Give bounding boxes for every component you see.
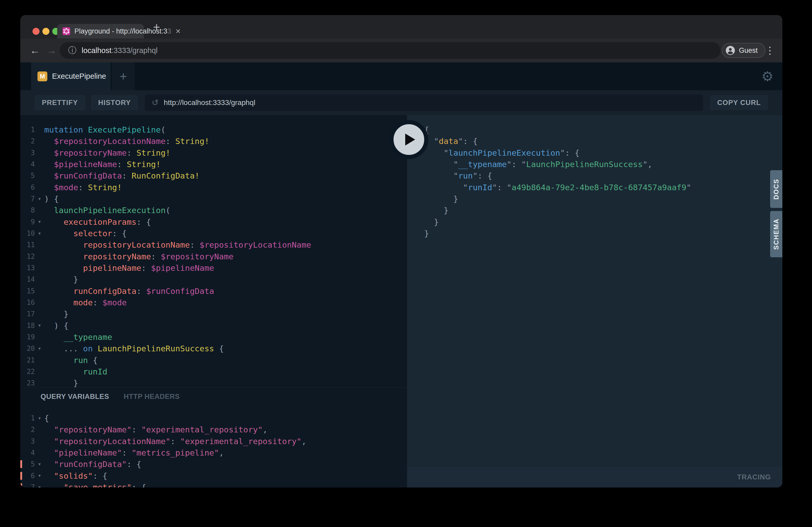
new-session-button[interactable]: + bbox=[112, 62, 135, 90]
code-line: } bbox=[418, 228, 782, 239]
line-number: 16 bbox=[20, 299, 35, 306]
line-number: 8 bbox=[20, 206, 35, 214]
site-info-icon[interactable]: ⓘ bbox=[68, 45, 76, 56]
url-path: :3333/graphql bbox=[111, 46, 157, 55]
line-number: 4 bbox=[20, 449, 35, 456]
line-number: 9 bbox=[20, 218, 35, 226]
code-line: 16 mode: $mode bbox=[20, 297, 407, 308]
error-marker bbox=[20, 472, 22, 480]
line-number: 6 bbox=[20, 472, 35, 480]
profile-button[interactable]: Guest bbox=[722, 43, 766, 58]
fold-arrow-icon[interactable]: ▾ bbox=[35, 485, 44, 487]
code-line: 8 launchPipelineExecution( bbox=[20, 205, 407, 216]
line-number: 17 bbox=[20, 310, 35, 318]
tab-close-icon[interactable]: ✕ bbox=[175, 28, 181, 35]
code-line: 4 $pipelineName: String! bbox=[20, 159, 407, 170]
endpoint-reload-icon[interactable]: ↺ bbox=[151, 98, 159, 108]
browser-tab-strip: Playground - http://localhost:33 ✕ + bbox=[20, 15, 782, 39]
traffic-close-button[interactable] bbox=[32, 28, 40, 35]
fold-arrow-icon[interactable]: ▾ bbox=[35, 346, 44, 351]
code-line: 12 repositoryName: $repositoryName bbox=[20, 251, 407, 262]
session-tab-title: ExecutePipeline bbox=[52, 72, 106, 80]
fold-arrow-icon[interactable]: ▾ bbox=[35, 196, 44, 202]
line-number: 18 bbox=[20, 322, 35, 330]
code-line: 3 "repositoryLocationName": "experimenta… bbox=[20, 436, 407, 447]
line-number: 14 bbox=[20, 275, 35, 283]
code-line: 3 $repositoryName: String! bbox=[20, 147, 407, 159]
playground-toolbar: PRETTIFY HISTORY ↺ http://localhost:3333… bbox=[20, 90, 782, 115]
editor-column: 1mutation ExecutePipeline(2 $repositoryL… bbox=[20, 115, 407, 487]
traffic-minimize-button[interactable] bbox=[42, 28, 49, 35]
schema-side-tab[interactable]: SCHEMA bbox=[770, 211, 782, 257]
tracing-label: TRACING bbox=[737, 473, 771, 481]
code-line: 5▾ "runConfigData": { bbox=[20, 458, 407, 470]
line-number: 21 bbox=[20, 356, 35, 364]
avatar-icon bbox=[725, 45, 735, 55]
code-line: ▾ "launchPipelineExecution": { bbox=[418, 147, 782, 159]
code-line: 2 $repositoryLocationName: String! bbox=[20, 135, 407, 147]
response-column: ▾{▾ "data": {▾ "launchPipelineExecution"… bbox=[407, 115, 782, 487]
graphql-favicon-icon bbox=[62, 27, 70, 35]
code-line: 1mutation ExecutePipeline( bbox=[20, 124, 407, 135]
fold-arrow-icon[interactable]: ▾ bbox=[35, 473, 44, 478]
code-line: 21 run { bbox=[20, 355, 407, 366]
endpoint-input[interactable]: ↺ http://localhost:3333/graphql bbox=[145, 94, 703, 111]
line-number: 20 bbox=[20, 345, 35, 352]
fold-arrow-icon[interactable]: ▾ bbox=[35, 416, 44, 421]
back-icon[interactable]: ← bbox=[28, 39, 42, 62]
code-line: } bbox=[418, 193, 782, 205]
settings-gear-icon[interactable]: ⚙ bbox=[761, 62, 773, 90]
fold-arrow-icon[interactable]: ▾ bbox=[35, 219, 44, 225]
line-number: 7 bbox=[20, 483, 35, 487]
new-tab-button[interactable]: + bbox=[149, 20, 164, 34]
code-line: 7▾ "save_metrics": { bbox=[20, 482, 407, 487]
line-number: 6 bbox=[20, 183, 35, 191]
line-number: 12 bbox=[20, 253, 35, 260]
tab-query-variables[interactable]: QUERY VARIABLES bbox=[41, 393, 109, 401]
tracing-bar[interactable]: TRACING bbox=[407, 467, 782, 487]
copy-curl-button[interactable]: COPY CURL bbox=[710, 95, 768, 110]
execute-button[interactable] bbox=[389, 120, 429, 159]
session-tab-executepipeline[interactable]: M ExecutePipeline ✕ bbox=[31, 62, 111, 90]
response-viewer: ▾{▾ "data": {▾ "launchPipelineExecution"… bbox=[407, 115, 782, 467]
line-number: 22 bbox=[20, 368, 35, 376]
code-line: 13 pipelineName: $pipelineName bbox=[20, 262, 407, 274]
fold-arrow-icon[interactable]: ▾ bbox=[35, 323, 44, 328]
prettify-button[interactable]: PRETTIFY bbox=[34, 95, 85, 110]
line-number: 15 bbox=[20, 287, 35, 295]
forward-icon[interactable]: → bbox=[44, 39, 59, 62]
line-number: 3 bbox=[20, 437, 35, 445]
tab-http-headers[interactable]: HTTP HEADERS bbox=[124, 393, 180, 401]
line-number: 2 bbox=[20, 137, 35, 145]
query-editor[interactable]: 1mutation ExecutePipeline(2 $repositoryL… bbox=[20, 115, 407, 387]
graphql-playground: M ExecutePipeline ✕ + ⚙ PRETTIFY HISTORY… bbox=[20, 62, 782, 487]
session-tab-bar: M ExecutePipeline ✕ + ⚙ bbox=[20, 62, 782, 90]
docs-side-tab[interactable]: DOCS bbox=[770, 170, 782, 208]
code-line: 2 "repositoryName": "experimental_reposi… bbox=[20, 424, 407, 435]
fold-arrow-icon[interactable]: ▾ bbox=[35, 462, 44, 467]
query-variables-editor[interactable]: 1▾{2 "repositoryName": "experimental_rep… bbox=[20, 406, 407, 487]
code-line: 20▾ ... on LaunchPipelineRunSuccess { bbox=[20, 343, 407, 354]
code-line: 19 __typename bbox=[20, 331, 407, 343]
history-button[interactable]: HISTORY bbox=[91, 95, 139, 110]
line-number: 19 bbox=[20, 333, 35, 341]
profile-name: Guest bbox=[739, 46, 758, 55]
line-number: 1 bbox=[20, 414, 35, 422]
line-number: 13 bbox=[20, 264, 35, 272]
bottom-tab-bar: QUERY VARIABLES HTTP HEADERS bbox=[20, 387, 407, 406]
code-line: "__typename": "LaunchPipelineRunSuccess"… bbox=[418, 159, 782, 170]
mutation-badge: M bbox=[38, 72, 47, 81]
browser-tab[interactable]: Playground - http://localhost:33 ✕ bbox=[57, 24, 144, 39]
code-line: 11 repositoryLocationName: $repositoryLo… bbox=[20, 239, 407, 251]
code-line: ▾{ bbox=[418, 124, 782, 135]
line-number: 5 bbox=[20, 460, 35, 468]
error-marker bbox=[20, 460, 22, 468]
line-number: 5 bbox=[20, 172, 35, 180]
code-line: "run": { bbox=[418, 170, 782, 181]
code-line: 14 } bbox=[20, 274, 407, 285]
fold-arrow-icon[interactable]: ▾ bbox=[35, 231, 44, 236]
address-bar[interactable]: ⓘ localhost:3333/graphql bbox=[60, 42, 721, 59]
browser-menu-icon[interactable]: ⋮ bbox=[765, 39, 775, 62]
playground-main: 1mutation ExecutePipeline(2 $repositoryL… bbox=[20, 115, 782, 487]
browser-window: Playground - http://localhost:33 ✕ + ← →… bbox=[20, 15, 782, 487]
